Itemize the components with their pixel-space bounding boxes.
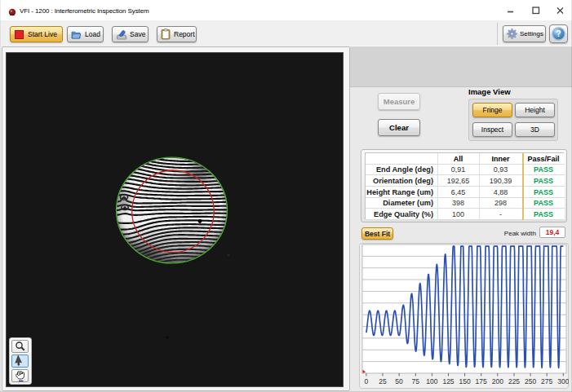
svg-text:100: 100 xyxy=(426,377,437,385)
svg-text:175: 175 xyxy=(476,377,487,385)
svg-text:300: 300 xyxy=(557,377,569,385)
svg-text:75: 75 xyxy=(412,377,420,385)
svg-text:150: 150 xyxy=(459,377,471,385)
svg-text:200: 200 xyxy=(492,377,503,385)
svg-text:125: 125 xyxy=(442,377,454,385)
svg-text:250: 250 xyxy=(525,377,536,385)
svg-text:0: 0 xyxy=(365,377,369,385)
svg-text:275: 275 xyxy=(541,377,552,385)
svg-text:25: 25 xyxy=(379,377,387,385)
svg-text:225: 225 xyxy=(508,377,520,385)
svg-text:?: ? xyxy=(556,29,561,38)
svg-text:50: 50 xyxy=(395,377,403,385)
